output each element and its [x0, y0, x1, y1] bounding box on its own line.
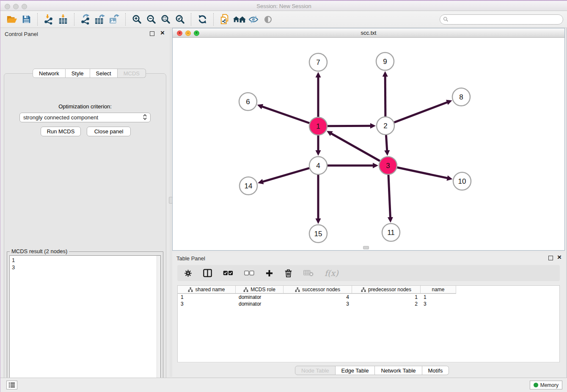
cell-name[interactable]: 1: [421, 294, 456, 301]
node-table-header: shared name MCDS role successor nodes pr…: [178, 286, 559, 294]
clone-network-icon[interactable]: [217, 13, 232, 26]
export-table-icon[interactable]: [93, 13, 107, 26]
column-header-shared-name[interactable]: shared name: [178, 286, 236, 294]
graph-node-label-3: 3: [386, 162, 390, 170]
close-panel-button[interactable]: Close panel: [87, 127, 131, 136]
toolbar-separator: [37, 13, 38, 26]
window-title: Session: New Session: [0, 3, 567, 9]
edge-2-9[interactable]: [385, 75, 385, 116]
table-row[interactable]: 1 dominator 4 1 1: [178, 294, 559, 301]
column-header-mcds-role[interactable]: MCDS role: [236, 286, 284, 294]
float-table-panel-icon[interactable]: [548, 256, 553, 260]
column-header-name[interactable]: name: [421, 286, 456, 294]
deselect-all-checkboxes-icon[interactable]: [244, 271, 254, 276]
refresh-layout-icon[interactable]: [195, 13, 209, 26]
tab-mcds[interactable]: MCDS: [118, 69, 146, 78]
edge-4-14[interactable]: [262, 168, 309, 182]
show-eye-icon[interactable]: [261, 13, 275, 26]
column-header-predecessor-nodes[interactable]: predecessor nodes: [352, 286, 421, 294]
tab-style[interactable]: Style: [66, 69, 90, 78]
edge-arrowhead-4-14: [258, 179, 264, 184]
mcds-tab-content: Optimization criterion: strongly connect…: [4, 73, 166, 392]
application-window: Session: New Session: [0, 0, 567, 392]
split-panel-icon[interactable]: [203, 269, 212, 277]
search-input[interactable]: [440, 14, 563, 25]
mcds-result-text[interactable]: 1 3: [9, 255, 161, 392]
cell-name[interactable]: 3: [421, 301, 456, 307]
zoom-selected-icon[interactable]: [173, 13, 187, 26]
hide-eye-icon[interactable]: [246, 13, 261, 26]
settings-gear-icon[interactable]: [184, 269, 192, 277]
edge-arrowhead-3-11: [388, 217, 393, 223]
memory-button[interactable]: Memory: [530, 381, 562, 389]
close-panel-icon[interactable]: ×: [160, 29, 165, 36]
mcds-result-title: MCDS result (2 nodes): [10, 248, 69, 254]
tab-network[interactable]: Network: [33, 69, 66, 78]
cell-successor-nodes[interactable]: 4: [284, 294, 352, 301]
cell-mcds-role[interactable]: dominator: [236, 301, 284, 307]
function-builder-icon[interactable]: f(x): [325, 268, 339, 278]
edge-2-8[interactable]: [394, 102, 449, 122]
edge-3-1[interactable]: [330, 133, 380, 161]
graph-node-label-7: 7: [316, 58, 320, 66]
edge-arrowhead-4-3: [373, 163, 378, 168]
edge-arrowhead-3-10: [446, 175, 452, 181]
network-overview-icon[interactable]: [232, 13, 246, 26]
import-network-file-icon[interactable]: [41, 13, 56, 26]
edge-arrowhead-2-3: [384, 150, 390, 156]
zoom-fit-icon[interactable]: [158, 13, 173, 26]
cell-predecessor-nodes[interactable]: 1: [352, 294, 421, 301]
control-panel: Control Panel × Optimization criterion: …: [0, 28, 170, 377]
network-canvas-svg[interactable]: 7968124314101511: [173, 38, 564, 250]
tab-node-table[interactable]: Node Table: [295, 366, 336, 375]
close-table-panel-icon[interactable]: ×: [557, 254, 561, 261]
tab-motifs[interactable]: Motifs: [422, 366, 449, 375]
export-network-icon[interactable]: [78, 13, 93, 26]
edge-3-11[interactable]: [388, 175, 391, 218]
graph-node-label-9: 9: [383, 58, 387, 66]
column-header-successor-nodes[interactable]: successor nodes: [284, 286, 352, 294]
clear-table-icon[interactable]: [303, 270, 314, 276]
cell-shared-name[interactable]: 1: [178, 294, 236, 301]
select-all-checkboxes-icon[interactable]: [223, 271, 233, 276]
edge-arrowhead-1-6: [257, 104, 263, 109]
tab-edge-table[interactable]: Edge Table: [336, 366, 375, 375]
export-image-icon[interactable]: [107, 13, 121, 26]
task-history-button[interactable]: [6, 381, 17, 389]
tab-select[interactable]: Select: [90, 69, 118, 78]
graph-node-label-8: 8: [459, 93, 463, 101]
edge-2-3[interactable]: [386, 135, 387, 152]
delete-rows-icon[interactable]: [284, 269, 292, 278]
toolbar-separator: [74, 13, 74, 26]
import-table-file-icon[interactable]: [56, 13, 70, 26]
main-toolbar: [0, 11, 567, 28]
table-row[interactable]: 3 dominator 3 2 3: [178, 301, 559, 307]
optimization-criterion-select[interactable]: strongly connected component: [19, 113, 151, 122]
optimization-criterion-label: Optimization criterion:: [4, 103, 166, 110]
network-window-titlebar[interactable]: × − + scc.txt: [173, 28, 564, 38]
cell-predecessor-nodes[interactable]: 2: [352, 301, 421, 307]
edge-3-10[interactable]: [397, 168, 449, 179]
control-panel-header: Control Panel ×: [0, 28, 170, 40]
save-session-icon[interactable]: [19, 13, 33, 26]
graph-node-label-2: 2: [383, 122, 387, 130]
add-row-icon[interactable]: [265, 269, 273, 277]
search-icon: [443, 17, 449, 23]
toolbar-separator: [125, 13, 126, 26]
cell-shared-name[interactable]: 3: [178, 301, 236, 307]
edge-1-6[interactable]: [261, 106, 309, 123]
zoom-out-icon[interactable]: [144, 13, 158, 26]
cell-mcds-role[interactable]: dominator: [236, 294, 284, 301]
memory-status-icon: [534, 383, 538, 387]
cell-successor-nodes[interactable]: 3: [284, 301, 352, 307]
open-session-icon[interactable]: [5, 13, 19, 26]
edge-1-2[interactable]: [328, 126, 372, 126]
network-splitter-grip[interactable]: [363, 246, 369, 249]
result-scrollbar[interactable]: [157, 256, 160, 392]
run-mcds-button[interactable]: Run MCDS: [41, 127, 81, 136]
zoom-in-icon[interactable]: [129, 13, 144, 26]
float-panel-icon[interactable]: [150, 31, 154, 36]
criterion-value: strongly connected component: [23, 114, 98, 121]
tab-network-table[interactable]: Network Table: [375, 366, 422, 375]
list-icon: [8, 382, 15, 388]
